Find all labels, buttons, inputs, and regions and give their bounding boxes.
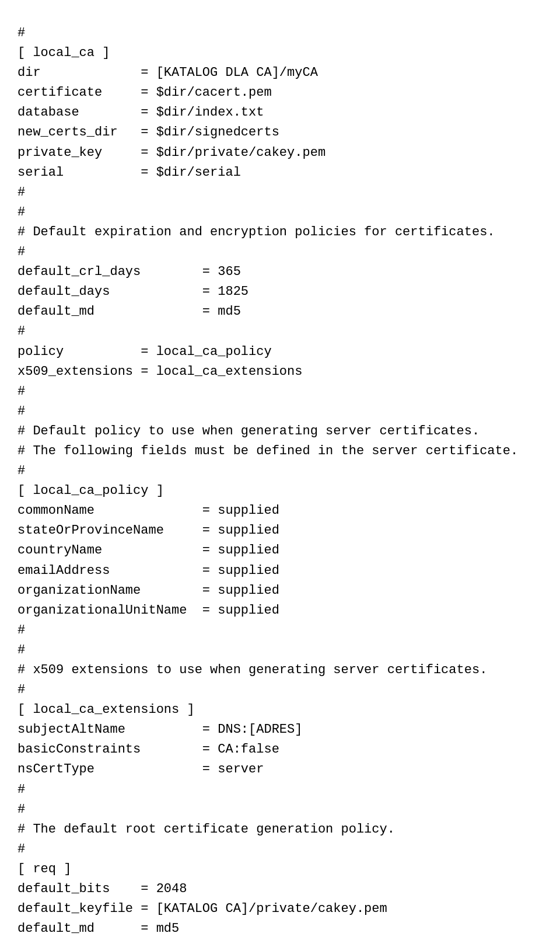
code-content: # [ local_ca ] dir = [KATALOG DLA CA]/my…	[18, 23, 542, 939]
